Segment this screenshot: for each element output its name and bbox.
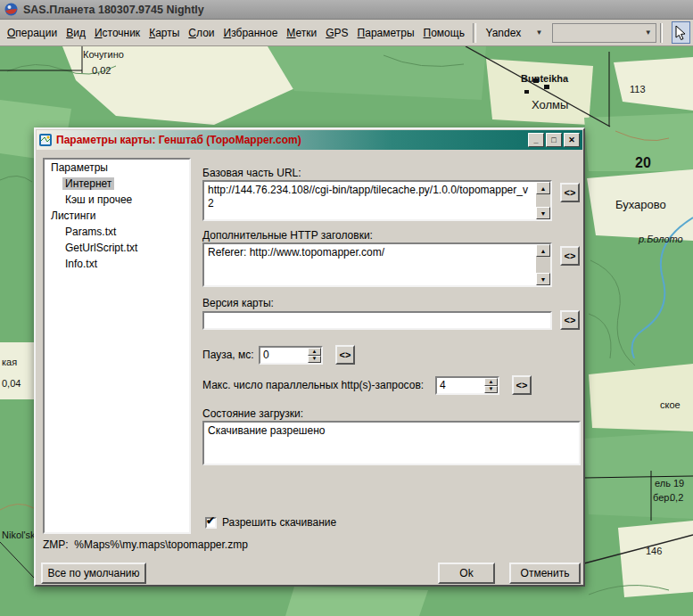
map-label: 20 xyxy=(635,155,651,171)
allow-download-checkbox[interactable]: ✔ Разрешить скачивание xyxy=(205,516,336,529)
download-status-box: Скачивание разрешено xyxy=(202,421,581,465)
base-url-script-button[interactable]: <> xyxy=(560,183,580,202)
menu-item-5[interactable]: Избранное xyxy=(219,22,283,44)
dialog-titlebar[interactable]: Параметры карты: Генштаб (TopoMapper.com… xyxy=(37,130,582,150)
map-label: Холмы xyxy=(532,98,568,111)
spin-down-icon[interactable]: ▼ xyxy=(308,356,321,364)
tree-item[interactable]: Параметры xyxy=(45,160,189,176)
allow-download-label: Разрешить скачивание xyxy=(222,516,336,529)
map-label: кая xyxy=(2,357,17,367)
defaults-button[interactable]: Все по умолчанию xyxy=(41,563,146,584)
screen: SAS.Планета 180307.9745 Nightly Операции… xyxy=(0,0,693,616)
download-status-value: Скачивание разрешено xyxy=(208,424,575,462)
spin-down-icon[interactable]: ▼ xyxy=(484,386,498,394)
download-status-label: Состояние загрузки: xyxy=(202,407,303,420)
app-icon xyxy=(4,3,18,16)
menu-item-6[interactable]: Метки xyxy=(282,22,321,44)
menu-item-2[interactable]: Источник xyxy=(90,22,144,44)
map-source-dropdown[interactable]: Yandex ▼ xyxy=(480,24,549,42)
version-label: Версия карты: xyxy=(202,297,274,309)
max-requests-script-button[interactable]: <> xyxy=(512,375,532,395)
map-label: 19 xyxy=(673,478,684,489)
map-version-input[interactable] xyxy=(202,311,552,330)
map-label: Бухарово xyxy=(615,198,666,211)
toolbar-separator xyxy=(660,23,664,43)
max-requests-label: Макс. число параллельных http(s)-запросо… xyxy=(202,379,424,391)
map-label: 146 xyxy=(646,546,662,556)
menu-items: ОперацииВидИсточникКартыСлоиИзбранноеМет… xyxy=(3,22,469,44)
zmp-path: ZMP: %Maps%\my.maps\topomapper.zmp xyxy=(43,538,248,551)
maximize-button[interactable]: □ xyxy=(546,133,562,147)
menu-item-9[interactable]: Помощь xyxy=(419,22,469,44)
map-label: ское xyxy=(660,399,681,410)
app-titlebar: SAS.Планета 180307.9745 Nightly xyxy=(0,0,693,20)
pause-spinner[interactable]: 0 ▲ ▼ xyxy=(259,346,323,365)
headers-script-button[interactable]: <> xyxy=(560,246,580,266)
secondary-combobox[interactable]: ▼ xyxy=(552,23,656,43)
version-script-button[interactable]: <> xyxy=(560,310,580,330)
caption-buttons: _ □ ✕ xyxy=(528,133,580,147)
map-label: 113 xyxy=(630,84,646,94)
menu-item-7[interactable]: GPS xyxy=(321,22,352,44)
max-requests-spinner[interactable]: 4 ▲ ▼ xyxy=(435,376,499,395)
chevron-down-icon: ▼ xyxy=(645,29,652,37)
headers-textarea[interactable]: Referer: http://www.topomapper.com/ ▲ ▼ xyxy=(202,242,552,287)
close-button[interactable]: ✕ xyxy=(564,133,580,147)
map-label: Кочугино xyxy=(83,49,124,60)
tree-item[interactable]: GetUrlScript.txt xyxy=(45,240,189,256)
base-url-label: Базовая часть URL: xyxy=(202,167,301,179)
map-label: Nikol'sk xyxy=(2,530,36,540)
map-label: ель xyxy=(655,478,671,489)
checkmark-icon: ✔ xyxy=(206,514,215,527)
dialog-title: Параметры карты: Генштаб (TopoMapper.com… xyxy=(56,134,301,146)
tree-item[interactable]: Кэш и прочее xyxy=(45,192,189,208)
max-requests-value: 4 xyxy=(440,379,446,391)
tree-item[interactable]: Params.txt xyxy=(45,224,189,240)
app-title: SAS.Планета 180307.9745 Nightly xyxy=(23,4,204,16)
cancel-button[interactable]: Отменить xyxy=(509,563,581,584)
dialog-icon xyxy=(39,134,52,146)
map-label: Bunteikha xyxy=(521,73,568,84)
scrollbar[interactable]: ▲ ▼ xyxy=(536,244,550,285)
pause-label: Пауза, мс: xyxy=(202,349,254,361)
tree-item[interactable]: Интернет xyxy=(45,176,189,192)
spin-up-icon[interactable]: ▲ xyxy=(484,378,498,386)
scroll-up-icon[interactable]: ▲ xyxy=(536,244,550,257)
checkbox-box[interactable]: ✔ xyxy=(205,517,217,529)
scroll-down-icon[interactable]: ▼ xyxy=(536,207,550,219)
base-url-textarea[interactable]: http://144.76.234.108//cgi-bin/tapp/tile… xyxy=(202,180,552,221)
pause-script-button[interactable]: <> xyxy=(335,345,355,365)
tree-item[interactable]: Листинги xyxy=(45,208,189,224)
pause-value: 0 xyxy=(263,349,269,361)
map-source-label: Yandex xyxy=(486,27,522,39)
chevron-down-icon: ▼ xyxy=(535,29,542,37)
menu-item-4[interactable]: Слои xyxy=(184,22,219,44)
cursor-arrow-icon xyxy=(675,26,688,40)
menu-item-0[interactable]: Операции xyxy=(3,22,62,44)
map-label: 0,04 xyxy=(2,378,21,389)
base-url-value: http://144.76.234.108//cgi-bin/tapp/tile… xyxy=(208,184,533,218)
headers-value: Referer: http://www.topomapper.com/ xyxy=(208,246,533,283)
select-tool-button[interactable] xyxy=(672,21,690,44)
menu-separator xyxy=(473,23,476,43)
map-label: 0,02 xyxy=(92,65,111,76)
tree-item[interactable]: Info.txt xyxy=(45,256,189,272)
map-label: 0,2 xyxy=(670,492,683,503)
map-params-dialog: Параметры карты: Генштаб (TopoMapper.com… xyxy=(34,127,585,587)
menu-item-3[interactable]: Карты xyxy=(144,22,184,44)
scroll-down-icon[interactable]: ▼ xyxy=(536,273,550,285)
menubar: ОперацииВидИсточникКартыСлоиИзбранноеМет… xyxy=(0,20,693,46)
map-label: р.Болото xyxy=(639,234,683,244)
scroll-up-icon[interactable]: ▲ xyxy=(536,182,550,194)
minimize-button[interactable]: _ xyxy=(528,133,544,147)
headers-label: Дополнительные HTTP заголовки: xyxy=(202,229,373,242)
settings-tree: ПараметрыИнтернетКэш и прочееЛистингиPar… xyxy=(43,158,191,534)
menu-item-8[interactable]: Параметры xyxy=(353,22,419,44)
ok-button[interactable]: Ok xyxy=(438,563,495,584)
scrollbar[interactable]: ▲ ▼ xyxy=(536,182,550,219)
spin-up-icon[interactable]: ▲ xyxy=(308,348,321,356)
menu-item-1[interactable]: Вид xyxy=(62,22,90,44)
